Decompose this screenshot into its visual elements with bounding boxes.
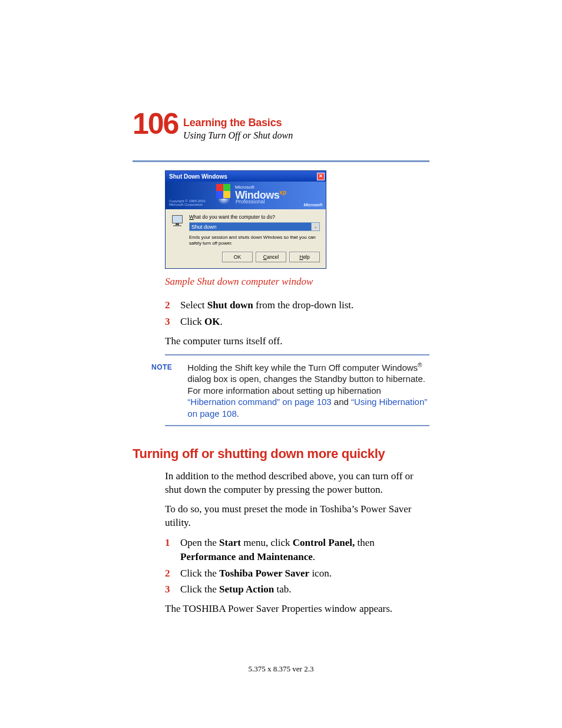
step-body: Select Shut down from the drop-down list…	[180, 298, 429, 312]
step-body: Click the Setup Action tab.	[180, 582, 429, 597]
t: then	[355, 537, 375, 548]
note-body: Holding the Shift key while the Turn Off…	[187, 361, 429, 420]
bold: Start	[219, 537, 241, 548]
step-number: 3	[165, 582, 180, 597]
dialog-button-row: OK Cancel Help	[171, 252, 320, 262]
cancel-rest: ancel	[267, 254, 279, 260]
bold: Setup Action	[219, 584, 274, 595]
banner-copyright: Copyright © 1985-2001 Microsoft Corporat…	[169, 199, 206, 207]
note-rule-bottom	[165, 425, 429, 426]
dialog-description: Ends your session and shuts down Windows…	[189, 235, 320, 246]
t: tab.	[274, 584, 291, 595]
question-rest: hat do you want the computer to do?	[194, 214, 275, 220]
microsoft-logo: Microsoft	[304, 203, 323, 207]
t: dialog box is open, changes the Standby …	[187, 374, 425, 396]
t: Click	[180, 316, 204, 327]
t: menu, click	[241, 537, 293, 548]
t: .	[237, 409, 239, 419]
body-paragraph: In addition to the method described abov…	[165, 470, 429, 497]
bold: Shut down	[207, 299, 253, 311]
ok-button[interactable]: OK	[222, 252, 253, 262]
dialog-title: Shut Down Windows	[169, 173, 227, 180]
computer-icon	[171, 215, 183, 227]
t: Open the	[180, 537, 219, 548]
section-body: In addition to the method described abov…	[165, 470, 429, 616]
bold: Performance and Maintenance	[180, 551, 313, 562]
help-rest: elp	[303, 254, 309, 260]
select-value: Shut down	[190, 223, 311, 230]
step-b3: 3 Click the Setup Action tab.	[165, 582, 429, 597]
banner-xp: xp	[279, 189, 286, 196]
t: Holding the Shift key while the Turn Off…	[187, 363, 418, 373]
registered-mark: ®	[418, 362, 422, 368]
note-label: NOTE	[151, 363, 172, 371]
step-number: 1	[165, 536, 180, 564]
copyright-corp: Microsoft Corporation	[169, 203, 203, 206]
accel-w: W	[189, 214, 194, 220]
step-2: 2 Select Shut down from the drop-down li…	[165, 298, 429, 312]
body-paragraph: To do so, you must preset the mode in To…	[165, 503, 429, 530]
chevron-down-icon[interactable]: ⌄	[311, 223, 319, 230]
body-paragraph: The computer turns itself off.	[165, 335, 429, 348]
manual-page: 106 Learning the Basics Using Turn Off o…	[0, 0, 562, 728]
t: icon.	[309, 568, 332, 579]
t: .	[313, 551, 315, 562]
step-3: 3 Click OK.	[165, 315, 429, 329]
bold: Control Panel,	[293, 537, 355, 548]
t: Click the	[180, 568, 219, 579]
step-body: Click OK.	[180, 315, 429, 329]
t: .	[220, 316, 223, 327]
shutdown-dialog: Shut Down Windows × Microsoft Windowsxp …	[165, 170, 326, 269]
chapter-title: Learning the Basics	[183, 117, 282, 129]
dialog-question: What do you want the computer to do?	[189, 214, 320, 220]
step-number: 2	[165, 298, 180, 312]
dialog-body: What do you want the computer to do? Shu…	[166, 209, 326, 268]
help-button[interactable]: Help	[289, 252, 320, 262]
link-hibernation-command[interactable]: “Hibernation command” on page 103	[187, 397, 331, 407]
copyright-year: Copyright © 1985-2001	[169, 199, 206, 203]
windows-flag-icon	[216, 184, 233, 204]
header-rule	[133, 160, 429, 162]
step-body: Click the Toshiba Power Saver icon.	[180, 566, 429, 581]
content-column: Shut Down Windows × Microsoft Windowsxp …	[165, 170, 429, 348]
step-number: 2	[165, 566, 180, 581]
bold: Toshiba Power Saver	[219, 568, 309, 579]
step-b2: 2 Click the Toshiba Power Saver icon.	[165, 566, 429, 581]
section-subtitle: Using Turn Off or Shut down	[183, 130, 293, 141]
t: Select	[180, 299, 207, 311]
note-block: NOTE Holding the Shift key while the Tur…	[151, 361, 429, 420]
step-number: 3	[165, 315, 180, 329]
shutdown-select[interactable]: Shut down ⌄	[189, 222, 320, 231]
banner-text: Microsoft Windowsxp Professional	[235, 185, 286, 205]
step-body: Open the Start menu, click Control Panel…	[180, 536, 429, 564]
page-header: 106 Learning the Basics Using Turn Off o…	[133, 115, 429, 147]
heading-turning-off: Turning off or shutting down more quickl…	[133, 446, 429, 462]
note-rule-top	[165, 354, 429, 355]
figure-caption: Sample Shut down computer window	[165, 276, 429, 288]
t: and	[332, 397, 351, 407]
dialog-banner: Microsoft Windowsxp Professional Copyrig…	[166, 182, 326, 209]
t: Click the	[180, 584, 219, 595]
page-footer: 5.375 x 8.375 ver 2.3	[0, 664, 562, 674]
bold: OK	[204, 316, 220, 327]
close-icon[interactable]: ×	[317, 173, 325, 180]
body-paragraph: The TOSHIBA Power Saver Properties windo…	[165, 602, 429, 616]
step-b1: 1 Open the Start menu, click Control Pan…	[165, 536, 429, 564]
dialog-titlebar: Shut Down Windows ×	[166, 171, 326, 182]
page-number: 106	[133, 107, 178, 141]
t: from the drop-down list.	[253, 299, 353, 311]
cancel-button[interactable]: Cancel	[256, 252, 286, 262]
